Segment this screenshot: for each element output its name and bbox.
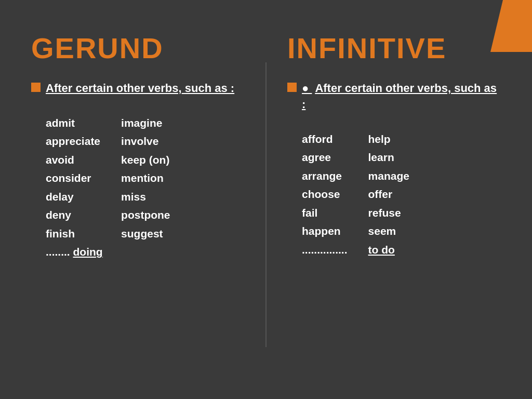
infinitive-verb-seem: seem	[368, 223, 409, 240]
gerund-verb-miss: miss	[121, 189, 170, 205]
gerund-verb-delay: delay	[46, 189, 100, 205]
infinitive-verb-grid: afford agree arrange choose fail happen …	[302, 131, 501, 258]
gerund-header-underlined: After certain other verbs, such as :	[46, 82, 234, 95]
infinitive-verb-arrange: arrange	[302, 168, 348, 184]
gerund-verb-suggest: suggest	[121, 225, 170, 242]
infinitive-header: ● After certain other verbs, such as :	[302, 82, 497, 111]
infinitive-verb-choose: choose	[302, 186, 348, 203]
infinitive-verb-happen: happen	[302, 223, 348, 240]
infinitive-header-normal: :	[302, 98, 305, 111]
gerund-doing-word: doing	[73, 246, 103, 258]
gerund-dots: ........	[46, 246, 73, 258]
infinitive-verb-offer: offer	[368, 186, 409, 203]
gerund-bullet-section: After certain other verbs, such as :	[31, 81, 245, 97]
infinitive-section-header: ● After certain other verbs, such as :	[302, 81, 501, 113]
infinitive-verb-afford: afford	[302, 131, 348, 148]
gerund-verbs-left: admit appreciate avoid consider delay de…	[46, 115, 100, 242]
gerund-title: GERUND	[31, 31, 245, 65]
infinitive-bullet-section: ● After certain other verbs, such as :	[287, 81, 501, 113]
infinitive-verb-agree: agree	[302, 149, 348, 166]
gerund-doing-line: ........ doing	[46, 246, 245, 258]
infinitive-verb-manage: manage	[368, 168, 409, 184]
gerund-verb-admit: admit	[46, 115, 100, 131]
gerund-bullet-square	[31, 83, 41, 92]
column-divider	[265, 62, 267, 347]
gerund-verb-keep: keep (on)	[121, 152, 170, 168]
infinitive-title: INFINITIVE	[287, 31, 501, 65]
infinitive-bullet-square	[287, 83, 297, 92]
gerund-verb-deny: deny	[46, 207, 100, 223]
gerund-verb-finish: finish	[46, 225, 100, 242]
gerund-verbs-right: imagine involve keep (on) mention miss p…	[121, 115, 170, 242]
gerund-verb-appreciate: appreciate	[46, 133, 100, 150]
gerund-verb-avoid: avoid	[46, 152, 100, 168]
gerund-verb-mention: mention	[121, 170, 170, 187]
infinitive-bullet-dot: ●	[302, 82, 312, 95]
gerund-verb-postpone: postpone	[121, 207, 170, 223]
infinitive-header-underlined: After certain other verbs, such as	[315, 82, 497, 95]
gerund-column: GERUND After certain other verbs, such a…	[31, 31, 245, 378]
gerund-verb-grid: admit appreciate avoid consider delay de…	[46, 115, 245, 242]
infinitive-verb-help: help	[368, 131, 409, 148]
infinitive-verbs-right: help learn manage offer refuse seem to d…	[368, 131, 409, 258]
gerund-verb-consider: consider	[46, 170, 100, 187]
infinitive-verb-fail: fail	[302, 205, 348, 221]
infinitive-verb-learn: learn	[368, 149, 409, 166]
gerund-verb-imagine: imagine	[121, 115, 170, 131]
infinitive-verbs-left: afford agree arrange choose fail happen …	[302, 131, 348, 258]
infinitive-verb-dots: ...............	[302, 242, 348, 258]
gerund-verb-involve: involve	[121, 133, 170, 150]
infinitive-verb-refuse: refuse	[368, 205, 409, 221]
gerund-section-header: After certain other verbs, such as :	[46, 81, 234, 97]
infinitive-column: INFINITIVE ● After certain other verbs, …	[287, 31, 501, 378]
infinitive-verb-todo: to do	[368, 242, 409, 258]
